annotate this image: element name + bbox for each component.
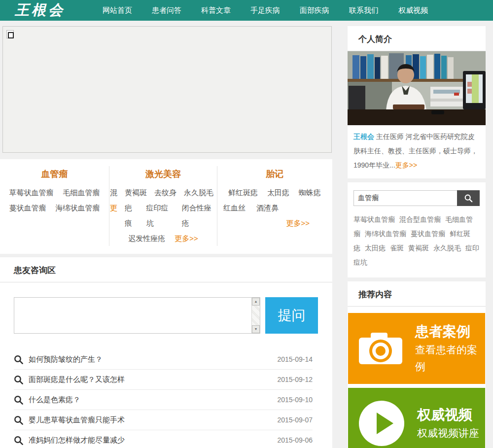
card-authority-video[interactable]: 权威视频 权威视频讲座 bbox=[348, 388, 485, 448]
magnifier-icon bbox=[14, 415, 23, 425]
question-date: 2015-09-10 bbox=[277, 396, 313, 404]
disease-link[interactable]: 黄褐斑 bbox=[125, 185, 147, 200]
disease-link[interactable]: 闭合性痤疮 bbox=[182, 200, 217, 231]
profile-heading: 个人简介 bbox=[348, 26, 486, 51]
consult-heading: 患友咨询区 bbox=[0, 257, 332, 282]
card-subtitle: 权威视频讲座 bbox=[417, 425, 479, 442]
question-date: 2015-09-12 bbox=[277, 376, 313, 383]
camera-icon bbox=[359, 333, 402, 364]
disease-nav: 血管瘤 草莓状血管瘤 毛细血管瘤 蔓状血管瘤 海绵状血管瘤 激光美容 混黄褐斑 … bbox=[0, 159, 332, 254]
doctor-photo bbox=[348, 51, 486, 125]
column-birthmark: 胎记 鲜红斑痣 太田痣 蜘蛛痣 红血丝 酒渣鼻 更多>> bbox=[217, 166, 332, 246]
tag-link[interactable]: 蔓状血管瘤 bbox=[411, 230, 445, 238]
tag-link[interactable]: 混合型血管瘤 bbox=[399, 215, 441, 223]
question-title[interactable]: 面部斑痣是什么呢？又该怎样 bbox=[29, 375, 125, 384]
sidebar: 个人简介 bbox=[348, 26, 486, 448]
disease-link[interactable]: 鲜红斑痣 bbox=[228, 185, 258, 200]
disease-link[interactable]: 痘印痘坑 bbox=[146, 200, 175, 231]
nav-item-hand-foot[interactable]: 手足疾病 bbox=[241, 0, 290, 21]
question-date: 2015-09-06 bbox=[277, 436, 313, 444]
recommend-section: 推荐内容 患者案例 查看患者的案例 权威视频 权威视频讲座 bbox=[348, 281, 486, 448]
profile-more-link[interactable]: 更多>> bbox=[395, 161, 417, 169]
ask-button[interactable]: 提问 bbox=[265, 297, 318, 334]
tag-link[interactable]: 雀斑 bbox=[390, 244, 404, 252]
top-nav: 王根会 网站首页 患者问答 科普文章 手足疾病 面部疾病 联系我们 权威视频 bbox=[0, 0, 493, 21]
question-row[interactable]: 准妈妈们怎样做才能尽量减少 2015-09-06 bbox=[14, 430, 313, 448]
magnifier-icon bbox=[14, 395, 23, 405]
clipped-link-text[interactable]: 更 bbox=[110, 200, 117, 231]
question-row[interactable]: 什么是色素痣？ 2015-09-10 bbox=[14, 390, 313, 410]
column-title: 激光美容 bbox=[109, 168, 217, 180]
disease-link[interactable]: 海绵状血管瘤 bbox=[56, 200, 100, 215]
disease-link[interactable]: 毛细血管瘤 bbox=[63, 185, 100, 200]
main-menu: 网站首页 患者问答 科普文章 手足疾病 面部疾病 联系我们 权威视频 bbox=[93, 0, 438, 21]
question-textarea[interactable] bbox=[14, 298, 251, 333]
broken-image-icon bbox=[6, 30, 14, 38]
disease-link[interactable]: 酒渣鼻 bbox=[256, 200, 279, 215]
disease-link[interactable]: 疤痕 bbox=[125, 200, 139, 231]
search-section: 草莓状血管瘤混合型血管瘤毛细血管瘤海绵状血管瘤蔓状血管瘤鲜红斑痣太田痣雀斑黄褐斑… bbox=[348, 182, 486, 277]
profile-section: 个人简介 bbox=[348, 26, 486, 178]
search-input[interactable] bbox=[353, 190, 457, 206]
profile-description: 王根会 主任医师 河北省中医药研究院皮肤科主任、教授、主任医师，硕士导师，199… bbox=[348, 125, 486, 178]
more-link[interactable]: 更多>> bbox=[286, 215, 310, 231]
nav-item-face[interactable]: 面部疾病 bbox=[290, 0, 339, 21]
scrollbar-track[interactable] bbox=[252, 306, 260, 325]
consult-section: 患友咨询区 ▲ ▼ 提问 如何预防皱纹的产生？ 2015-09-14 bbox=[0, 257, 332, 448]
column-hemangioma: 血管瘤 草莓状血管瘤 毛细血管瘤 蔓状血管瘤 海绵状血管瘤 bbox=[0, 166, 109, 246]
scroll-up-button[interactable]: ▲ bbox=[252, 298, 260, 306]
nav-item-home[interactable]: 网站首页 bbox=[93, 0, 142, 21]
question-title[interactable]: 什么是色素痣？ bbox=[29, 395, 80, 405]
nav-item-qa[interactable]: 患者问答 bbox=[142, 0, 191, 21]
disease-link[interactable]: 太田痣 bbox=[267, 185, 289, 200]
disease-link[interactable]: 迟发性痤疮 bbox=[128, 231, 165, 246]
site-logo[interactable]: 王根会 bbox=[15, 0, 65, 20]
question-date: 2015-09-07 bbox=[277, 416, 313, 424]
question-list: 如何预防皱纹的产生？ 2015-09-14 面部斑痣是什么呢？又该怎样 2015… bbox=[0, 346, 332, 448]
recommend-cards: 患者案例 查看患者的案例 权威视频 权威视频讲座 科普文章 bbox=[348, 307, 486, 448]
nav-item-contact[interactable]: 联系我们 bbox=[339, 0, 388, 21]
textarea-scrollbar[interactable]: ▲ ▼ bbox=[251, 298, 260, 333]
disease-link[interactable]: 蔓状血管瘤 bbox=[9, 200, 46, 215]
card-title: 权威视频 bbox=[417, 405, 479, 425]
magnifier-icon bbox=[14, 355, 23, 364]
card-patient-cases[interactable]: 患者案例 查看患者的案例 bbox=[348, 313, 485, 384]
question-title[interactable]: 婴儿患草莓状血管瘤只能手术 bbox=[29, 415, 125, 425]
banner-image-placeholder bbox=[2, 26, 332, 153]
scroll-down-button[interactable]: ▼ bbox=[252, 325, 260, 333]
disease-link[interactable]: 蜘蛛痣 bbox=[299, 185, 321, 200]
disease-link[interactable]: 去纹身 bbox=[154, 185, 176, 200]
tag-link[interactable]: 海绵状血管瘤 bbox=[365, 230, 406, 238]
question-title[interactable]: 准妈妈们怎样做才能尽量减少 bbox=[29, 436, 125, 445]
play-icon bbox=[359, 401, 404, 446]
doctor-name[interactable]: 王根会 bbox=[353, 133, 374, 140]
tag-link[interactable]: 黄褐斑 bbox=[408, 244, 429, 252]
tag-link[interactable]: 草莓状血管瘤 bbox=[353, 215, 395, 223]
question-row[interactable]: 婴儿患草莓状血管瘤只能手术 2015-09-07 bbox=[14, 410, 313, 430]
disease-link[interactable]: 草莓状血管瘤 bbox=[9, 185, 54, 200]
nav-item-video[interactable]: 权威视频 bbox=[388, 0, 438, 21]
disease-link[interactable]: 红血丝 bbox=[223, 200, 246, 215]
column-laser-beauty: 激光美容 混黄褐斑 去纹身 永久脱毛 更疤痕 痘印痘坑 闭合性痤疮 迟发性痤疮 … bbox=[109, 166, 217, 246]
question-title[interactable]: 如何预防皱纹的产生？ bbox=[29, 355, 103, 364]
card-subtitle: 查看患者的案例 bbox=[415, 342, 485, 375]
ask-form: ▲ ▼ 提问 bbox=[0, 282, 332, 346]
tag-link[interactable]: 太田痣 bbox=[365, 244, 386, 252]
question-row[interactable]: 如何预防皱纹的产生？ 2015-09-14 bbox=[14, 349, 313, 370]
search-button[interactable] bbox=[457, 190, 480, 206]
magnifier-icon bbox=[14, 375, 23, 384]
clipped-link-text[interactable]: 混 bbox=[110, 185, 117, 200]
main-column: 血管瘤 草莓状血管瘤 毛细血管瘤 蔓状血管瘤 海绵状血管瘤 激光美容 混黄褐斑 … bbox=[0, 26, 332, 448]
question-row[interactable]: 面部斑痣是什么呢？又该怎样 2015-09-12 bbox=[14, 370, 313, 390]
magnifier-icon bbox=[14, 436, 23, 445]
column-title: 血管瘤 bbox=[0, 168, 109, 180]
tag-cloud: 草莓状血管瘤混合型血管瘤毛细血管瘤海绵状血管瘤蔓状血管瘤鲜红斑痣太田痣雀斑黄褐斑… bbox=[353, 212, 480, 270]
card-title: 患者案例 bbox=[415, 322, 485, 342]
tag-link[interactable]: 永久脱毛 bbox=[433, 244, 461, 252]
column-title: 胎记 bbox=[217, 168, 332, 180]
nav-item-articles[interactable]: 科普文章 bbox=[191, 0, 241, 21]
disease-link[interactable]: 永久脱毛 bbox=[184, 185, 213, 200]
question-textarea-frame: ▲ ▼ bbox=[14, 297, 260, 334]
more-link[interactable]: 更多>> bbox=[175, 231, 198, 246]
question-date: 2015-09-14 bbox=[277, 355, 313, 363]
